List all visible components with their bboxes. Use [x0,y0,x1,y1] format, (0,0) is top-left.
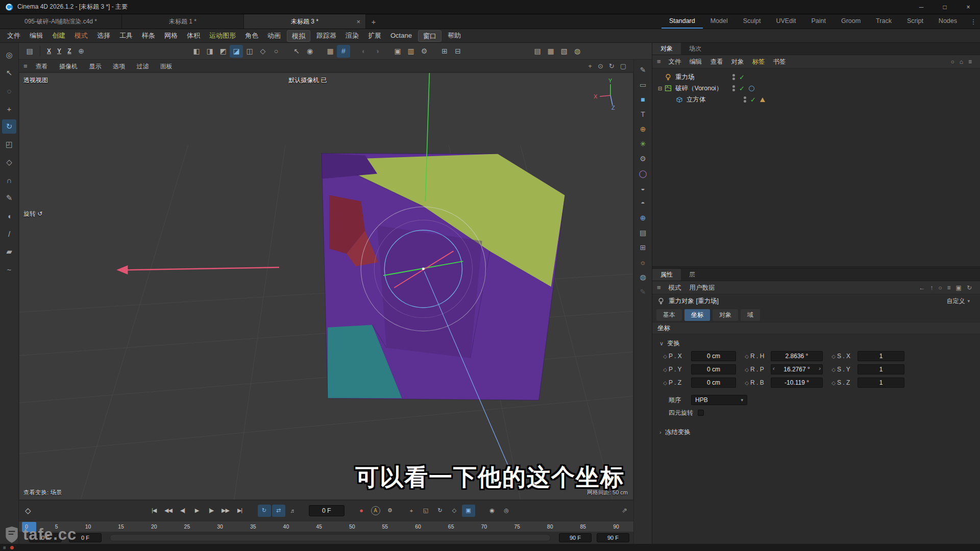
snap-magnet-tool[interactable]: ∩ [2,173,16,187]
goto-start-button[interactable]: |◀ [148,505,161,517]
object-manager-menu-item[interactable]: 文件 [665,58,685,65]
key-dot-icon[interactable] [743,367,750,372]
toolbar-icon[interactable] [316,45,324,58]
prev-key-button[interactable]: ◀◀ [162,505,175,517]
key-scale-button[interactable]: ◱ [419,505,432,517]
mograph-icon[interactable]: ✳ [636,138,650,150]
tab-layers[interactable]: 层 [681,269,703,281]
layout-menu-icon[interactable]: ⋮ [967,14,980,29]
tab-takes[interactable]: 场次 [681,43,709,55]
position-input[interactable]: 0 cm [691,351,736,361]
key-dot-icon[interactable] [830,380,837,386]
record-button[interactable]: ● [355,505,368,517]
visibility-toggle[interactable] [744,96,746,103]
layout-tab-script[interactable]: Script [899,14,931,29]
enabled-check-icon[interactable]: ✓ [750,96,756,104]
timeline-ruler[interactable]: 051015202530354045505560657075808590 [19,521,633,532]
cursor-settings-icon[interactable]: ◉ [303,45,316,58]
save-layout-icon[interactable]: ▦ [544,45,557,58]
current-frame-field[interactable]: 0 F [309,505,345,516]
toolbar-icon[interactable] [431,45,438,58]
menu-item[interactable]: 编辑 [25,29,47,42]
range-end-field[interactable]: 90 F [597,533,629,542]
spline-tool[interactable]: ~ [2,262,16,277]
home-icon[interactable]: ⌂ [960,58,963,65]
close-button[interactable]: × [957,0,980,14]
mirror-icon[interactable]: ◐ [357,45,371,58]
light-icon[interactable]: ☼ [636,256,650,268]
menu-item[interactable]: 角色 [240,29,263,42]
timeline-expand-icon[interactable]: ⇗ [622,507,627,514]
attribute-burger-icon[interactable]: ≡ [657,284,661,291]
toolbar-icon[interactable] [384,45,391,58]
modeling-icon-6[interactable]: ◇ [256,45,270,58]
pen-icon[interactable]: ✎ [636,64,650,76]
view-label[interactable]: 透视视图 [23,76,48,85]
up-icon[interactable]: ↑ [930,284,933,291]
minimize-button[interactable]: ─ [910,0,933,14]
menu-item[interactable]: 创建 [47,29,70,42]
layout-tab-standard[interactable]: Standard [662,14,703,29]
sculpt-tool[interactable]: ◖ [2,209,16,223]
sound-button[interactable]: ♬ [286,505,300,517]
menu-item[interactable]: 帮助 [443,29,465,42]
refresh-icon[interactable]: ↻ [967,284,972,291]
spline-primitive-icon[interactable]: ▭ [636,79,650,91]
layout-tab-model[interactable]: Model [703,14,736,29]
order-dropdown[interactable]: HPB ▾ [691,395,747,405]
preview-end-field[interactable]: 90 F [559,533,592,542]
modeling-icon-5[interactable]: ◫ [243,45,256,58]
maximize-button[interactable]: □ [933,0,957,14]
lock-icon[interactable]: ▣ [956,284,962,291]
transform-section-header[interactable]: ∨ 变换 [652,337,980,349]
deformer-icon[interactable]: ◓ [636,197,650,209]
visibility-toggle[interactable] [732,85,735,91]
render-picture-button[interactable]: ▥ [404,45,418,58]
object-manager-menu-item[interactable]: 查看 [706,58,727,65]
symmetry-icon[interactable]: ◑ [371,45,384,58]
menu-item[interactable]: 文件 [3,29,25,42]
modeling-icon-2[interactable]: ◨ [203,45,216,58]
field-icon[interactable]: ◒ [636,182,650,194]
menu-item[interactable]: 动画 [263,29,285,42]
back-icon[interactable]: ← [919,284,925,291]
search-icon[interactable]: ○ [950,58,954,65]
menu-item[interactable]: 模式 [70,29,92,42]
layout-mode-icon[interactable]: ▤ [23,45,36,58]
viewport-zoom-tool[interactable]: ◎ [2,48,16,62]
layout-tab-track[interactable]: Track [868,14,899,29]
section-tab-basic[interactable]: 基本 [656,309,682,321]
material-icon[interactable]: ◍ [636,271,650,283]
enabled-check-icon[interactable]: ✓ [739,73,745,81]
viewport-menu-item[interactable]: 查看 [31,63,53,70]
menu-item[interactable]: 模拟 [287,30,310,42]
menu-item[interactable]: 工具 [115,29,137,42]
maximize-view-icon[interactable]: ▢ [620,62,626,70]
lock-x-button[interactable]: X [44,45,54,58]
phong-tag-icon[interactable] [760,97,765,102]
autokey-button[interactable]: A [371,506,380,515]
tree-row-gravity[interactable]: 重力场 ✓ [652,71,980,83]
keying-settings-button[interactable]: ⚙ [383,505,397,517]
doc-tab-1[interactable]: 095-破碎-AI辅助渲染.c4d * [0,14,122,29]
filter-icon[interactable]: ≡ [947,284,951,291]
tree-row-fracture[interactable]: ⊟ 破碎（Voronoi） ✓ [652,83,980,94]
scale-input[interactable]: 1 [857,378,904,388]
key-dot-icon[interactable] [662,354,669,359]
window-layout-icon[interactable]: ▤ [531,45,544,58]
extra-icon-1[interactable]: ⊞ [438,45,451,58]
cursor-mode-icon[interactable]: ↖ [290,45,303,58]
lock-y-button[interactable]: Y [54,45,64,58]
pan-view-icon[interactable]: + [588,62,592,70]
toolbar-icon[interactable] [88,45,190,58]
ab-loop-button[interactable]: ⇄ [272,505,285,517]
object-label[interactable]: 重力场 [675,73,732,82]
attribute-menu-item[interactable]: 用户数据 [685,284,719,291]
expand-toggle-icon[interactable]: ⊟ [656,86,664,91]
menu-item[interactable]: 选择 [92,29,115,42]
live-selection-tool[interactable]: ↖ [2,66,16,80]
browser-icon[interactable]: ▧ [557,45,571,58]
axis-tool[interactable]: ◇ [2,155,16,169]
key-dot-icon[interactable] [743,380,750,386]
tree-row-cube[interactable]: 立方体 ✓ [652,94,980,105]
